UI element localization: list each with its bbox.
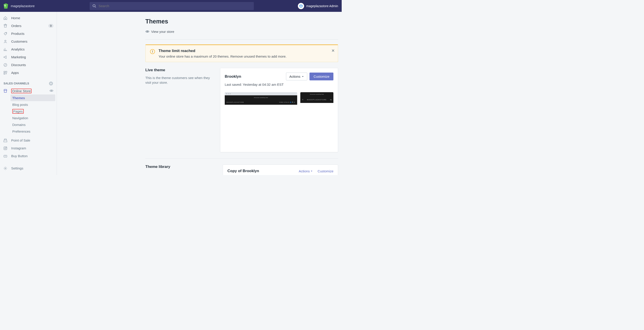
svg-rect-7 bbox=[4, 73, 5, 74]
live-actions-button[interactable]: Actions bbox=[286, 73, 307, 80]
add-channel-icon[interactable]: + bbox=[49, 81, 53, 86]
svg-point-3 bbox=[5, 40, 6, 41]
banner-body: Your online store has a maximum of 20 th… bbox=[158, 54, 286, 58]
instagram-icon bbox=[3, 146, 8, 151]
view-store-link[interactable]: View your store bbox=[145, 29, 338, 33]
main-content: Themes View your store ! Theme limit rea… bbox=[57, 12, 342, 175]
warning-icon: ! bbox=[150, 49, 155, 54]
discounts-icon bbox=[3, 63, 8, 67]
page-title: Themes bbox=[145, 18, 338, 25]
nav-apps[interactable]: Apps bbox=[0, 69, 56, 77]
live-customize-button[interactable]: Customize bbox=[310, 73, 334, 80]
sub-navigation[interactable]: Navigation bbox=[0, 115, 56, 121]
theme-library-description: Theme library bbox=[145, 165, 218, 175]
orders-icon bbox=[3, 24, 8, 28]
view-store-icon[interactable] bbox=[50, 89, 54, 93]
live-theme-description: Live theme This is the theme customers s… bbox=[145, 68, 216, 85]
nav-label: Point of Sale bbox=[11, 139, 30, 142]
nav-label: Marketing bbox=[11, 55, 26, 59]
settings-icon bbox=[3, 166, 8, 170]
nav-label: Discounts bbox=[11, 63, 26, 67]
nav-buy-button[interactable]: Buy Button bbox=[0, 152, 56, 160]
banner-title: Theme limit reached bbox=[158, 49, 286, 53]
close-banner-icon[interactable]: ✕ bbox=[332, 48, 335, 53]
svg-line-1 bbox=[95, 6, 96, 7]
nav-point-of-sale[interactable]: Point of Sale bbox=[0, 137, 56, 144]
account-name: mageplazastore Admin bbox=[306, 4, 338, 8]
nav-customers[interactable]: Customers bbox=[0, 37, 56, 45]
shopify-logo-icon: S bbox=[4, 3, 8, 9]
mobile-preview: Announce something here ≡ MAGEPLAZASTORE… bbox=[300, 92, 334, 103]
highlight-pages: Pages bbox=[12, 109, 24, 114]
nav-label: Products bbox=[11, 32, 24, 35]
svg-rect-6 bbox=[6, 71, 7, 72]
divider bbox=[145, 39, 338, 39]
svg-point-10 bbox=[5, 148, 6, 149]
analytics-icon bbox=[3, 47, 8, 52]
customers-icon bbox=[3, 39, 8, 44]
nav-home[interactable]: Home bbox=[0, 14, 56, 22]
library-actions-link[interactable]: Actions bbox=[299, 169, 312, 173]
global-search[interactable] bbox=[90, 2, 254, 10]
svg-point-0 bbox=[93, 4, 95, 7]
apps-icon bbox=[3, 71, 8, 75]
section-sales-channels: SALES CHANNELS + bbox=[0, 80, 56, 87]
pos-icon bbox=[3, 138, 8, 143]
nav-instagram[interactable]: Instagram bbox=[0, 144, 56, 152]
theme-preview-row: Announce something here MAGEPLAZASTORE H… bbox=[225, 92, 334, 152]
sidebar: Home Orders 9 Products Customers Analyti… bbox=[0, 12, 57, 175]
account-menu[interactable]: mageplazastore Admin bbox=[298, 3, 338, 9]
nav-label: Instagram bbox=[11, 146, 26, 150]
caret-down-icon bbox=[310, 170, 312, 172]
search-input[interactable] bbox=[98, 4, 251, 8]
sub-preferences[interactable]: Preferences bbox=[0, 128, 56, 135]
nav-label: Orders bbox=[11, 24, 22, 28]
svg-point-11 bbox=[6, 147, 6, 147]
nav-settings[interactable]: Settings bbox=[0, 164, 56, 172]
store-icon bbox=[3, 89, 8, 93]
nav-marketing[interactable]: Marketing bbox=[0, 53, 56, 61]
theme-limit-banner: ! Theme limit reached Your online store … bbox=[145, 44, 338, 62]
desktop-preview: Announce something here MAGEPLAZASTORE H… bbox=[225, 92, 297, 105]
library-customize-link[interactable]: Customize bbox=[318, 169, 334, 173]
nav-online-store[interactable]: Online Store bbox=[0, 87, 56, 94]
live-last-saved: Last saved: Yesterday at 04:32 am EST bbox=[225, 83, 334, 86]
svg-rect-5 bbox=[4, 71, 5, 72]
sub-themes[interactable]: Themes bbox=[10, 94, 55, 101]
nav-label: Customers bbox=[11, 39, 28, 43]
live-theme-card: Brooklyn Actions Customize Last saved: Y… bbox=[220, 68, 338, 152]
hamburger-icon: ≡ bbox=[302, 98, 303, 101]
sub-domains[interactable]: Domains bbox=[0, 121, 56, 128]
nav-label: Buy Button bbox=[11, 154, 28, 158]
nav-discounts[interactable]: Discounts bbox=[0, 61, 56, 69]
topbar: S mageplazastore mageplazastore Admin bbox=[0, 0, 342, 12]
orders-badge: 9 bbox=[48, 24, 54, 28]
store-name[interactable]: mageplazastore bbox=[11, 4, 35, 8]
library-theme-card: Copy of Brooklyn Actions Customize Last … bbox=[223, 165, 338, 175]
highlight-online-store: Online Store bbox=[11, 89, 32, 93]
bag-icon: 🛍 bbox=[330, 99, 332, 101]
svg-point-2 bbox=[6, 33, 6, 33]
svg-point-13 bbox=[5, 168, 6, 169]
home-icon bbox=[3, 16, 8, 20]
avatar-icon bbox=[298, 3, 304, 9]
live-theme-name: Brooklyn bbox=[225, 74, 241, 79]
library-last-saved: Last saved: Nov 23 at 06:57 pm EST bbox=[228, 174, 334, 175]
buy-button-icon bbox=[3, 154, 8, 158]
nav-label: Settings bbox=[11, 166, 23, 170]
nav-label: Analytics bbox=[11, 47, 24, 51]
nav-orders[interactable]: Orders 9 bbox=[0, 22, 56, 30]
nav-products[interactable]: Products bbox=[0, 30, 56, 37]
marketing-icon bbox=[3, 55, 8, 59]
svg-point-8 bbox=[51, 90, 52, 91]
nav-label: Apps bbox=[11, 71, 19, 75]
sub-pages[interactable]: Pages bbox=[0, 108, 56, 115]
products-icon bbox=[3, 31, 8, 36]
library-theme-name: Copy of Brooklyn bbox=[228, 169, 259, 173]
caret-down-icon bbox=[302, 75, 304, 78]
nav-label: Home bbox=[11, 16, 20, 20]
svg-point-14 bbox=[147, 31, 148, 32]
nav-analytics[interactable]: Analytics bbox=[0, 45, 56, 53]
sub-blog-posts[interactable]: Blog posts bbox=[0, 101, 56, 108]
eye-icon bbox=[145, 29, 149, 33]
